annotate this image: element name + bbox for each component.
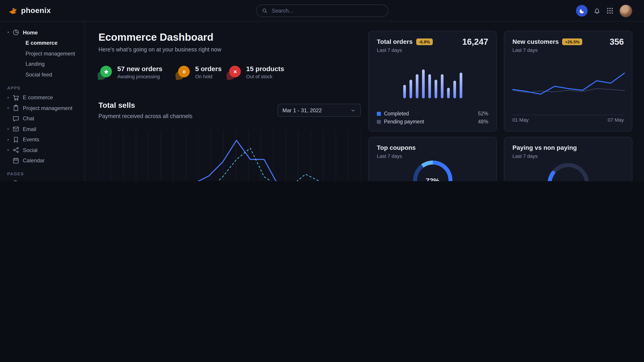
pause-icon [178,66,190,77]
sidebar-item-label: Email [23,126,36,132]
caret-right-icon [6,137,12,142]
sidebar-item-label: Calendar [23,158,44,164]
sidebar-item-e-commerce[interactable]: E commerce [0,92,84,103]
search-icon [262,8,267,13]
total-sells-subtitle: Payment received across all channels [98,113,192,119]
notifications-button[interactable] [594,7,600,14]
sidebar-item-email[interactable]: Email [0,124,84,134]
orders-bar-chart [394,63,470,98]
date-range-select[interactable]: Mar 1 - 31, 2022 [278,104,361,117]
legend-value: 48% [478,119,488,124]
sidebar-item-calendar[interactable]: Calendar [0,155,84,166]
legend-label: Completed [384,111,409,116]
date-range-value: Mar 1 - 31, 2022 [282,107,322,113]
card-period: Last 7 days [512,47,624,53]
axis-label: 01 May [512,117,528,122]
axis-label: 07 May [608,117,624,122]
stat-on-hold: 5 orders On hold [178,65,222,79]
new-customers-chart [512,60,625,115]
sidebar-item-label: Home [23,29,38,36]
total-sells-title: Total sells [98,101,135,110]
star-icon [100,66,112,77]
sidebar: Home E commerce Project management Landi… [0,21,85,181]
new-customers-x-axis: 01 May 07 May [512,117,624,122]
stat-value: 5 orders [195,65,222,72]
sidebar-item-e-commerce[interactable]: E commerce [0,38,84,48]
x-icon [229,66,241,77]
card-value: 356 [610,37,624,47]
trend-badge: +26.5% [562,38,582,45]
sidebar-item-social-feed[interactable]: Social feed [0,69,84,80]
caret-spacer [6,116,12,121]
sidebar-item-starter[interactable]: Starter [0,178,84,181]
stat-caption: Out of stock [246,74,284,79]
stat-new-orders: 57 new orders Awating processing [100,65,162,79]
legend-swatch [377,112,381,116]
total-orders-card: Total orders -6.8% Last 7 days 16,247 Co… [368,31,497,131]
top-coupons-card: Top coupons Last 7 days 72% Percentage d… [368,137,497,181]
sidebar-item-social[interactable]: Social [0,145,84,155]
clipboard-icon [12,105,19,112]
sidebar-item-label: Social feed [26,71,52,78]
mail-icon [12,126,19,133]
apps-grid-button[interactable] [606,7,614,14]
sidebar-item-label: E commerce [26,40,58,46]
main-content: Ecommerce Dashboard Here's what's going … [85,21,644,181]
card-title: New customers [512,38,559,45]
card-period: Last 7 days [377,153,488,159]
theme-toggle-button[interactable] [576,5,588,16]
legend-item: Completed 52% [377,110,488,118]
sidebar-item-label: Starter [23,181,39,181]
sidebar-item-project-management[interactable]: Project management [0,103,84,113]
moon-icon [579,8,585,14]
legend-item: Pending payment 48% [377,118,488,126]
legend-swatch [377,120,381,124]
sidebar-item-label: Project management [23,105,72,111]
donut-center-value: 72% [413,161,452,181]
card-value: 16,247 [462,37,488,47]
page-title: Ecommerce Dashboard [98,31,214,43]
caret-right-icon [6,95,12,100]
card-title: Top coupons [377,144,416,151]
sidebar-item-home[interactable]: Home [0,27,84,38]
page-subtitle: Here's what's going on at your business … [98,46,221,53]
card-period: Last 7 days [377,47,488,53]
paying-vs-non-paying-card: Paying vs non paying Last 7 days Paying … [504,137,632,181]
stat-out-of-stock: 15 products Out of stock [229,65,284,79]
stat-caption: Awating processing [117,74,162,79]
search-input[interactable] [271,7,382,14]
pie-chart-icon [12,29,19,36]
caret-right-icon [6,106,12,110]
caret-spacer [6,159,12,163]
brand[interactable]: phoenix [8,0,51,21]
caret-right-icon [6,127,12,131]
sidebar-item-chat[interactable]: Chat [0,113,84,124]
phoenix-logo-icon [8,6,18,16]
sidebar-item-label: Project management [26,50,75,57]
bookmark-icon [12,136,19,143]
stat-value: 57 new orders [117,65,162,72]
share-icon [12,147,19,154]
avatar[interactable] [620,4,632,17]
caret-down-icon [6,30,12,35]
chat-icon [12,115,19,122]
sidebar-item-label: Chat [23,116,34,122]
sidebar-item-events[interactable]: Events [0,134,84,145]
legend-value: 52% [478,111,488,116]
trend-badge: -6.8% [416,38,433,45]
top-navbar: phoenix [0,0,644,21]
file-icon [12,180,19,181]
global-search[interactable] [256,4,388,17]
sidebar-item-project-management[interactable]: Project management [0,48,84,59]
brand-name: phoenix [21,6,51,15]
calendar-icon [12,157,19,164]
cart-icon [12,94,19,101]
sidebar-item-landing[interactable]: Landing [0,59,84,69]
orders-legend: Completed 52% Pending payment 48% [377,110,488,126]
navbar-actions [576,0,632,21]
caret-right-icon [6,148,12,152]
stat-value: 15 products [246,65,284,72]
new-customers-card: New customers +26.5% Last 7 days 356 01 … [504,31,632,131]
legend-label: Pending payment [384,119,424,124]
coupons-donut-chart: 72% [413,161,452,181]
